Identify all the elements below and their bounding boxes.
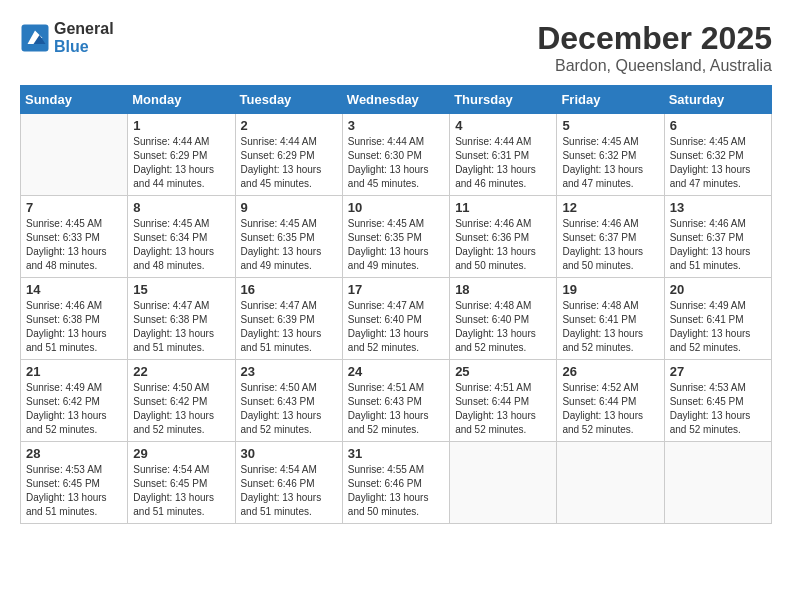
- calendar-day-header: Sunday: [21, 86, 128, 114]
- day-number: 18: [455, 282, 551, 297]
- calendar-cell: [450, 442, 557, 524]
- day-number: 22: [133, 364, 229, 379]
- day-number: 28: [26, 446, 122, 461]
- calendar-cell: 8Sunrise: 4:45 AMSunset: 6:34 PMDaylight…: [128, 196, 235, 278]
- day-info: Sunrise: 4:48 AMSunset: 6:40 PMDaylight:…: [455, 299, 551, 355]
- day-number: 11: [455, 200, 551, 215]
- day-info: Sunrise: 4:49 AMSunset: 6:42 PMDaylight:…: [26, 381, 122, 437]
- calendar-cell: 30Sunrise: 4:54 AMSunset: 6:46 PMDayligh…: [235, 442, 342, 524]
- day-number: 15: [133, 282, 229, 297]
- calendar-cell: 19Sunrise: 4:48 AMSunset: 6:41 PMDayligh…: [557, 278, 664, 360]
- calendar-header-row: SundayMondayTuesdayWednesdayThursdayFrid…: [21, 86, 772, 114]
- calendar-day-header: Thursday: [450, 86, 557, 114]
- day-info: Sunrise: 4:44 AMSunset: 6:29 PMDaylight:…: [133, 135, 229, 191]
- day-number: 7: [26, 200, 122, 215]
- day-number: 13: [670, 200, 766, 215]
- day-number: 5: [562, 118, 658, 133]
- calendar-table: SundayMondayTuesdayWednesdayThursdayFrid…: [20, 85, 772, 524]
- calendar-day-header: Saturday: [664, 86, 771, 114]
- calendar-cell: 1Sunrise: 4:44 AMSunset: 6:29 PMDaylight…: [128, 114, 235, 196]
- day-info: Sunrise: 4:53 AMSunset: 6:45 PMDaylight:…: [670, 381, 766, 437]
- calendar-cell: [664, 442, 771, 524]
- day-number: 8: [133, 200, 229, 215]
- day-info: Sunrise: 4:54 AMSunset: 6:45 PMDaylight:…: [133, 463, 229, 519]
- calendar-cell: 26Sunrise: 4:52 AMSunset: 6:44 PMDayligh…: [557, 360, 664, 442]
- day-info: Sunrise: 4:45 AMSunset: 6:32 PMDaylight:…: [670, 135, 766, 191]
- calendar-cell: 22Sunrise: 4:50 AMSunset: 6:42 PMDayligh…: [128, 360, 235, 442]
- day-number: 17: [348, 282, 444, 297]
- calendar-cell: [21, 114, 128, 196]
- day-info: Sunrise: 4:52 AMSunset: 6:44 PMDaylight:…: [562, 381, 658, 437]
- logo-text: General Blue: [54, 20, 114, 56]
- day-info: Sunrise: 4:44 AMSunset: 6:31 PMDaylight:…: [455, 135, 551, 191]
- calendar-cell: 12Sunrise: 4:46 AMSunset: 6:37 PMDayligh…: [557, 196, 664, 278]
- logo-icon: [20, 23, 50, 53]
- calendar-day-header: Friday: [557, 86, 664, 114]
- day-info: Sunrise: 4:44 AMSunset: 6:30 PMDaylight:…: [348, 135, 444, 191]
- day-number: 12: [562, 200, 658, 215]
- day-info: Sunrise: 4:54 AMSunset: 6:46 PMDaylight:…: [241, 463, 337, 519]
- day-info: Sunrise: 4:51 AMSunset: 6:43 PMDaylight:…: [348, 381, 444, 437]
- calendar-cell: 2Sunrise: 4:44 AMSunset: 6:29 PMDaylight…: [235, 114, 342, 196]
- day-number: 25: [455, 364, 551, 379]
- day-number: 31: [348, 446, 444, 461]
- day-info: Sunrise: 4:46 AMSunset: 6:36 PMDaylight:…: [455, 217, 551, 273]
- day-info: Sunrise: 4:46 AMSunset: 6:37 PMDaylight:…: [670, 217, 766, 273]
- calendar-cell: 4Sunrise: 4:44 AMSunset: 6:31 PMDaylight…: [450, 114, 557, 196]
- day-number: 10: [348, 200, 444, 215]
- calendar-cell: 27Sunrise: 4:53 AMSunset: 6:45 PMDayligh…: [664, 360, 771, 442]
- day-info: Sunrise: 4:45 AMSunset: 6:35 PMDaylight:…: [241, 217, 337, 273]
- title-block: December 2025 Bardon, Queensland, Austra…: [537, 20, 772, 75]
- day-number: 9: [241, 200, 337, 215]
- calendar-week-row: 21Sunrise: 4:49 AMSunset: 6:42 PMDayligh…: [21, 360, 772, 442]
- calendar-cell: 14Sunrise: 4:46 AMSunset: 6:38 PMDayligh…: [21, 278, 128, 360]
- day-info: Sunrise: 4:50 AMSunset: 6:42 PMDaylight:…: [133, 381, 229, 437]
- day-number: 21: [26, 364, 122, 379]
- logo: General Blue: [20, 20, 114, 56]
- calendar-week-row: 7Sunrise: 4:45 AMSunset: 6:33 PMDaylight…: [21, 196, 772, 278]
- month-title: December 2025: [537, 20, 772, 57]
- day-number: 24: [348, 364, 444, 379]
- day-number: 19: [562, 282, 658, 297]
- day-info: Sunrise: 4:47 AMSunset: 6:40 PMDaylight:…: [348, 299, 444, 355]
- day-number: 16: [241, 282, 337, 297]
- calendar-cell: 18Sunrise: 4:48 AMSunset: 6:40 PMDayligh…: [450, 278, 557, 360]
- day-info: Sunrise: 4:50 AMSunset: 6:43 PMDaylight:…: [241, 381, 337, 437]
- day-info: Sunrise: 4:48 AMSunset: 6:41 PMDaylight:…: [562, 299, 658, 355]
- calendar-day-header: Wednesday: [342, 86, 449, 114]
- calendar-day-header: Tuesday: [235, 86, 342, 114]
- day-info: Sunrise: 4:55 AMSunset: 6:46 PMDaylight:…: [348, 463, 444, 519]
- page-header: General Blue December 2025 Bardon, Queen…: [20, 20, 772, 75]
- location: Bardon, Queensland, Australia: [537, 57, 772, 75]
- day-number: 20: [670, 282, 766, 297]
- day-info: Sunrise: 4:47 AMSunset: 6:39 PMDaylight:…: [241, 299, 337, 355]
- calendar-week-row: 1Sunrise: 4:44 AMSunset: 6:29 PMDaylight…: [21, 114, 772, 196]
- calendar-cell: 15Sunrise: 4:47 AMSunset: 6:38 PMDayligh…: [128, 278, 235, 360]
- calendar-cell: 5Sunrise: 4:45 AMSunset: 6:32 PMDaylight…: [557, 114, 664, 196]
- calendar-cell: 21Sunrise: 4:49 AMSunset: 6:42 PMDayligh…: [21, 360, 128, 442]
- calendar-cell: 28Sunrise: 4:53 AMSunset: 6:45 PMDayligh…: [21, 442, 128, 524]
- calendar-cell: 20Sunrise: 4:49 AMSunset: 6:41 PMDayligh…: [664, 278, 771, 360]
- calendar-cell: 31Sunrise: 4:55 AMSunset: 6:46 PMDayligh…: [342, 442, 449, 524]
- day-info: Sunrise: 4:45 AMSunset: 6:34 PMDaylight:…: [133, 217, 229, 273]
- calendar-cell: 9Sunrise: 4:45 AMSunset: 6:35 PMDaylight…: [235, 196, 342, 278]
- calendar-cell: 11Sunrise: 4:46 AMSunset: 6:36 PMDayligh…: [450, 196, 557, 278]
- day-number: 27: [670, 364, 766, 379]
- day-number: 6: [670, 118, 766, 133]
- day-number: 2: [241, 118, 337, 133]
- day-info: Sunrise: 4:53 AMSunset: 6:45 PMDaylight:…: [26, 463, 122, 519]
- calendar-cell: 6Sunrise: 4:45 AMSunset: 6:32 PMDaylight…: [664, 114, 771, 196]
- calendar-cell: 13Sunrise: 4:46 AMSunset: 6:37 PMDayligh…: [664, 196, 771, 278]
- day-info: Sunrise: 4:45 AMSunset: 6:35 PMDaylight:…: [348, 217, 444, 273]
- calendar-cell: 3Sunrise: 4:44 AMSunset: 6:30 PMDaylight…: [342, 114, 449, 196]
- calendar-cell: 17Sunrise: 4:47 AMSunset: 6:40 PMDayligh…: [342, 278, 449, 360]
- calendar-week-row: 28Sunrise: 4:53 AMSunset: 6:45 PMDayligh…: [21, 442, 772, 524]
- calendar-cell: 23Sunrise: 4:50 AMSunset: 6:43 PMDayligh…: [235, 360, 342, 442]
- day-number: 26: [562, 364, 658, 379]
- day-number: 1: [133, 118, 229, 133]
- day-info: Sunrise: 4:44 AMSunset: 6:29 PMDaylight:…: [241, 135, 337, 191]
- day-number: 29: [133, 446, 229, 461]
- day-info: Sunrise: 4:45 AMSunset: 6:33 PMDaylight:…: [26, 217, 122, 273]
- day-info: Sunrise: 4:46 AMSunset: 6:38 PMDaylight:…: [26, 299, 122, 355]
- day-info: Sunrise: 4:51 AMSunset: 6:44 PMDaylight:…: [455, 381, 551, 437]
